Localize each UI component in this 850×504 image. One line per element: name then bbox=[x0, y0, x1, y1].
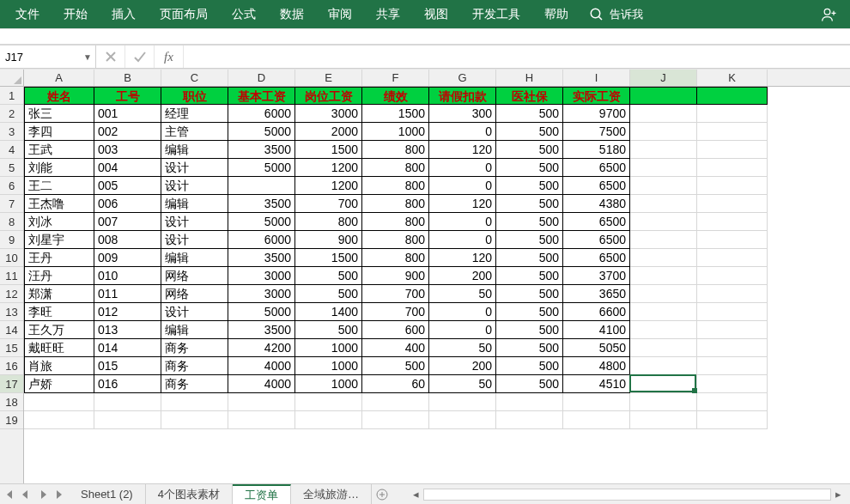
cell[interactable] bbox=[630, 411, 697, 429]
cell[interactable] bbox=[228, 393, 295, 411]
cell[interactable]: 6600 bbox=[563, 303, 630, 321]
cell[interactable]: 编辑 bbox=[161, 195, 228, 213]
cell[interactable]: 3700 bbox=[563, 267, 630, 285]
cell[interactable]: 016 bbox=[94, 375, 161, 393]
cell[interactable] bbox=[630, 267, 697, 285]
cell[interactable]: 王武 bbox=[24, 141, 94, 159]
cell[interactable]: 张三 bbox=[24, 105, 94, 123]
cell[interactable] bbox=[94, 393, 161, 411]
cell[interactable]: 刘星宇 bbox=[24, 231, 94, 249]
horizontal-scrollbar[interactable]: ◂ ▸ bbox=[410, 489, 845, 501]
ribbon-tab-页面布局[interactable]: 页面布局 bbox=[148, 0, 220, 28]
cell[interactable] bbox=[630, 357, 697, 375]
cell[interactable]: 120 bbox=[429, 141, 496, 159]
cell[interactable]: 50 bbox=[429, 285, 496, 303]
cell[interactable]: 1000 bbox=[295, 375, 362, 393]
cell[interactable] bbox=[697, 411, 768, 429]
cell[interactable]: 编辑 bbox=[161, 249, 228, 267]
column-header-C[interactable]: C bbox=[161, 70, 228, 86]
select-all-corner[interactable] bbox=[0, 70, 24, 87]
cell[interactable] bbox=[697, 159, 768, 177]
cell[interactable] bbox=[697, 231, 768, 249]
cell[interactable]: 50 bbox=[429, 375, 496, 393]
cancel-formula-button[interactable] bbox=[96, 46, 125, 68]
cell[interactable]: 0 bbox=[429, 231, 496, 249]
row-header-7[interactable]: 7 bbox=[0, 195, 23, 213]
cell[interactable]: 200 bbox=[429, 357, 496, 375]
cell[interactable] bbox=[697, 303, 768, 321]
cell[interactable]: 014 bbox=[94, 339, 161, 357]
cell[interactable]: 4800 bbox=[563, 357, 630, 375]
cell[interactable]: 3650 bbox=[563, 285, 630, 303]
column-header-D[interactable]: D bbox=[228, 70, 295, 86]
scroll-left-button[interactable]: ◂ bbox=[410, 489, 423, 501]
column-header-F[interactable]: F bbox=[362, 70, 429, 86]
cell[interactable]: 郑潇 bbox=[24, 285, 94, 303]
cell[interactable] bbox=[362, 393, 429, 411]
row-header-19[interactable]: 19 bbox=[0, 411, 23, 429]
cell[interactable]: 010 bbox=[94, 267, 161, 285]
tab-nav-last[interactable] bbox=[52, 484, 69, 505]
row-header-9[interactable]: 9 bbox=[0, 231, 23, 249]
cell[interactable]: 3000 bbox=[228, 285, 295, 303]
cell[interactable]: 4510 bbox=[563, 375, 630, 393]
tab-nav-prev[interactable] bbox=[17, 484, 34, 505]
cell[interactable]: 800 bbox=[362, 141, 429, 159]
ribbon-tab-开发工具[interactable]: 开发工具 bbox=[460, 0, 532, 28]
cell[interactable]: 003 bbox=[94, 141, 161, 159]
cell[interactable] bbox=[295, 393, 362, 411]
cell[interactable]: 编辑 bbox=[161, 321, 228, 339]
cell[interactable]: 0 bbox=[429, 303, 496, 321]
ribbon-tab-帮助[interactable]: 帮助 bbox=[532, 0, 580, 28]
cell[interactable]: 800 bbox=[362, 231, 429, 249]
column-header-J[interactable]: J bbox=[630, 70, 697, 86]
cell[interactable]: 500 bbox=[496, 375, 563, 393]
cell[interactable] bbox=[697, 321, 768, 339]
cell[interactable]: 012 bbox=[94, 303, 161, 321]
cell[interactable] bbox=[697, 357, 768, 375]
cell[interactable]: 商务 bbox=[161, 339, 228, 357]
cell[interactable]: 500 bbox=[496, 123, 563, 141]
cell[interactable] bbox=[630, 393, 697, 411]
column-header-H[interactable]: H bbox=[496, 70, 563, 86]
cell[interactable]: 卢娇 bbox=[24, 375, 94, 393]
formula-input[interactable] bbox=[189, 51, 845, 64]
cell[interactable] bbox=[563, 411, 630, 429]
cell[interactable]: 岗位工资 bbox=[295, 87, 362, 105]
cell[interactable]: 设计 bbox=[161, 231, 228, 249]
cell[interactable]: 0 bbox=[429, 123, 496, 141]
cell[interactable]: 500 bbox=[496, 339, 563, 357]
cell[interactable] bbox=[630, 375, 697, 393]
cell[interactable] bbox=[94, 411, 161, 429]
cell[interactable] bbox=[630, 141, 697, 159]
cell[interactable]: 120 bbox=[429, 195, 496, 213]
cell[interactable]: 004 bbox=[94, 159, 161, 177]
cell[interactable]: 500 bbox=[295, 321, 362, 339]
cell[interactable]: 4380 bbox=[563, 195, 630, 213]
cell[interactable]: 300 bbox=[429, 105, 496, 123]
cell[interactable]: 设计 bbox=[161, 159, 228, 177]
row-header-16[interactable]: 16 bbox=[0, 357, 23, 375]
cell[interactable]: 1500 bbox=[362, 105, 429, 123]
cell[interactable]: 4100 bbox=[563, 321, 630, 339]
cell[interactable]: 王久万 bbox=[24, 321, 94, 339]
cell[interactable]: 5000 bbox=[228, 303, 295, 321]
cell[interactable]: 015 bbox=[94, 357, 161, 375]
scroll-track[interactable] bbox=[423, 489, 831, 501]
cell[interactable]: 400 bbox=[362, 339, 429, 357]
cell[interactable]: 6500 bbox=[563, 159, 630, 177]
cell[interactable]: 1400 bbox=[295, 303, 362, 321]
cell[interactable]: 1000 bbox=[295, 339, 362, 357]
cell[interactable]: 500 bbox=[496, 321, 563, 339]
row-header-11[interactable]: 11 bbox=[0, 267, 23, 285]
cell[interactable]: 009 bbox=[94, 249, 161, 267]
cell[interactable]: 500 bbox=[496, 141, 563, 159]
cell-grid[interactable]: 姓名工号职位基本工资岗位工资绩效请假扣款医社保实际工资张三001经理600030… bbox=[24, 87, 850, 483]
row-header-13[interactable]: 13 bbox=[0, 303, 23, 321]
cell[interactable] bbox=[563, 393, 630, 411]
cell[interactable]: 500 bbox=[496, 159, 563, 177]
cell[interactable]: 3500 bbox=[228, 249, 295, 267]
cell[interactable]: 1200 bbox=[295, 159, 362, 177]
cell[interactable]: 005 bbox=[94, 177, 161, 195]
cell[interactable]: 刘能 bbox=[24, 159, 94, 177]
